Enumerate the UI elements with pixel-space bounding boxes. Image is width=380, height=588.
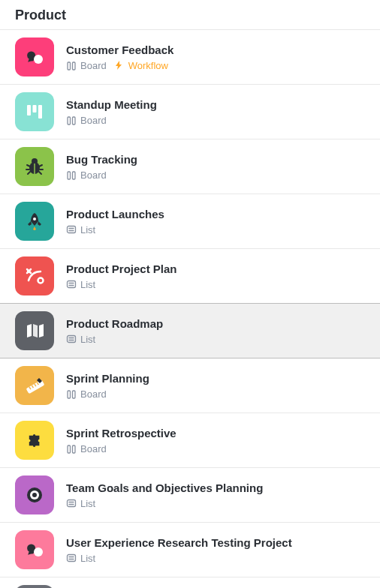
item-title: Product Project Plan bbox=[66, 262, 371, 277]
list-view-badge: List bbox=[66, 498, 95, 509]
workflow-view-badge: Workflow bbox=[114, 60, 168, 71]
view-label: List bbox=[80, 498, 95, 509]
item-meta: List bbox=[66, 224, 371, 236]
ruler-icon bbox=[15, 366, 54, 405]
list-item[interactable]: User Experience Research Testing Project… bbox=[0, 523, 380, 578]
item-title: Product Roadmap bbox=[66, 316, 371, 332]
item-meta: Board bbox=[66, 115, 371, 126]
list-item[interactable]: Customer FeedbackBoardWorkflow bbox=[0, 30, 380, 85]
item-content: Bug TrackingBoard bbox=[66, 152, 371, 181]
notes-icon bbox=[15, 585, 54, 588]
view-label: List bbox=[80, 553, 95, 564]
item-title: Team Goals and Objectives Planning bbox=[66, 481, 371, 496]
kanban-icon bbox=[15, 92, 54, 131]
view-label: List bbox=[80, 224, 95, 236]
list-item[interactable]: Product RoadmapList bbox=[0, 303, 380, 358]
item-content: Product Project PlanList bbox=[66, 262, 371, 290]
item-meta: Board bbox=[66, 388, 371, 400]
board-view-badge: Board bbox=[66, 115, 107, 126]
view-label: Board bbox=[80, 443, 107, 454]
chat-icon bbox=[15, 38, 54, 76]
view-label: List bbox=[80, 279, 95, 290]
item-title: Bug Tracking bbox=[66, 152, 371, 167]
item-content: Product LaunchesList bbox=[66, 207, 371, 236]
view-label: Board bbox=[80, 388, 107, 400]
item-title: Standup Meeting bbox=[66, 98, 371, 112]
puzzle-icon bbox=[15, 421, 54, 460]
item-title: Sprint Planning bbox=[66, 371, 371, 386]
item-meta: Board bbox=[66, 443, 371, 454]
list-view-badge: List bbox=[66, 334, 95, 345]
item-content: Product RoadmapList bbox=[66, 316, 371, 345]
strategy-icon bbox=[15, 256, 54, 296]
list-view-badge: List bbox=[66, 553, 95, 564]
item-content: Sprint RetrospectiveBoard bbox=[66, 426, 371, 454]
item-meta: List bbox=[66, 334, 371, 345]
item-meta: BoardWorkflow bbox=[66, 60, 371, 71]
rocket-icon bbox=[15, 202, 54, 241]
list-item[interactable]: Product Project PlanList bbox=[0, 249, 380, 304]
items-list: Customer FeedbackBoardWorkflowStandup Me… bbox=[0, 29, 380, 588]
list-view-badge: List bbox=[66, 224, 95, 236]
view-label: List bbox=[80, 334, 95, 345]
item-meta: Board bbox=[66, 170, 371, 181]
item-content: Standup MeetingBoard bbox=[66, 98, 371, 126]
item-meta: List bbox=[66, 498, 371, 509]
list-item[interactable]: Sprint RetrospectiveBoard bbox=[0, 413, 380, 468]
board-view-badge: Board bbox=[66, 170, 107, 181]
item-content: Team Goals and Objectives PlanningList bbox=[66, 481, 371, 509]
map-icon bbox=[15, 311, 54, 350]
list-item[interactable]: Team Goals and Objectives PlanningList bbox=[0, 468, 380, 523]
list-item[interactable]: User Research SessionsList bbox=[0, 578, 380, 588]
target-icon bbox=[15, 476, 54, 514]
item-meta: List bbox=[66, 553, 371, 564]
view-label: Board bbox=[80, 60, 107, 71]
item-title: Customer Feedback bbox=[66, 43, 371, 58]
section-title: Product bbox=[0, 0, 380, 29]
board-view-badge: Board bbox=[66, 60, 107, 71]
list-view-badge: List bbox=[66, 279, 95, 290]
chat-icon bbox=[15, 530, 54, 569]
item-title: Sprint Retrospective bbox=[66, 426, 371, 441]
item-meta: List bbox=[66, 279, 371, 290]
item-title: User Experience Research Testing Project bbox=[66, 536, 371, 550]
list-item[interactable]: Standup MeetingBoard bbox=[0, 85, 380, 140]
item-content: Sprint PlanningBoard bbox=[66, 371, 371, 400]
board-view-badge: Board bbox=[66, 388, 107, 400]
list-item[interactable]: Sprint PlanningBoard bbox=[0, 358, 380, 413]
view-label: Workflow bbox=[128, 60, 168, 71]
view-label: Board bbox=[80, 115, 107, 126]
view-label: Board bbox=[80, 170, 107, 181]
item-content: User Experience Research Testing Project… bbox=[66, 536, 371, 564]
bug-icon bbox=[15, 147, 54, 186]
list-item[interactable]: Bug TrackingBoard bbox=[0, 140, 380, 194]
list-item[interactable]: Product LaunchesList bbox=[0, 194, 380, 249]
item-title: Product Launches bbox=[66, 207, 371, 222]
item-content: Customer FeedbackBoardWorkflow bbox=[66, 43, 371, 71]
board-view-badge: Board bbox=[66, 443, 107, 454]
